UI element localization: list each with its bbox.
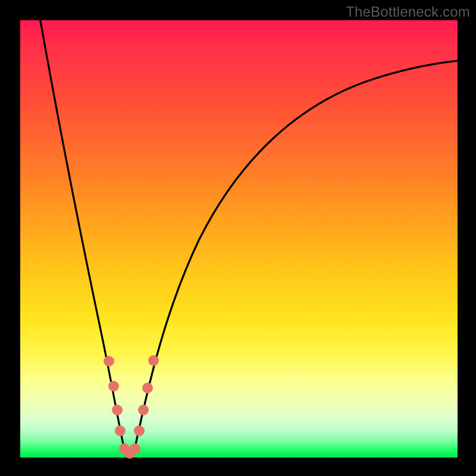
svg-point-9 — [142, 383, 153, 393]
svg-point-3 — [115, 425, 126, 436]
svg-point-7 — [134, 425, 145, 436]
svg-point-1 — [108, 381, 119, 392]
svg-point-2 — [112, 405, 123, 415]
watermark-text: TheBottleneck.com — [346, 4, 470, 20]
curve-right — [134, 61, 458, 450]
svg-point-6 — [130, 443, 140, 454]
svg-point-0 — [104, 356, 114, 367]
chart-frame: TheBottleneck.com — [0, 0, 476, 476]
svg-point-10 — [148, 355, 159, 366]
svg-point-8 — [138, 405, 149, 415]
bottleneck-curve-svg — [20, 20, 458, 458]
marker-dots — [104, 355, 159, 459]
plot-area — [20, 20, 458, 458]
